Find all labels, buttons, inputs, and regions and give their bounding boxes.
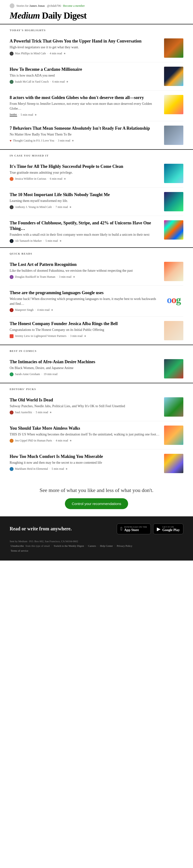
article-meta: Anthony J. Yeung in Mind Cafe · 7 min re… (10, 205, 160, 209)
article-title: How To Become a Cardano Millionaire (10, 67, 160, 72)
help-link[interactable]: Help Center (100, 545, 112, 547)
best-comics-list: The Intimacies of Afro-Asian Desire Mach… (0, 355, 193, 383)
section-quick-reads: QUICK READS (0, 247, 193, 257)
switch-digest-link[interactable]: Switch to the Weekly Digest (54, 545, 84, 547)
article-item[interactable]: How To Become a Cardano Millionaire This… (10, 62, 183, 91)
article-item[interactable]: These are the programming languages Goog… (10, 286, 183, 317)
brand-name: Medium (10, 10, 40, 21)
section-todays-highlights: TODAY'S HIGHLIGHTS (0, 24, 193, 34)
author-avatar (10, 410, 13, 414)
article-title: The Lost Art of Pattern Recognition (10, 262, 160, 267)
article-content: 7 Behaviors That Mean Someone Absolutely… (10, 126, 160, 143)
read-time: 4 min read (37, 308, 50, 312)
article-title: 7 Behaviors That Mean Someone Absolutely… (10, 126, 160, 131)
article-item[interactable]: The 10 Most Important Life Skills Nobody… (10, 188, 183, 216)
article-thumbnail: oog (164, 290, 183, 309)
article-title: The 10 Most Important Life Skills Nobody… (10, 192, 160, 197)
read-time: 3 min read (70, 334, 82, 338)
section-in-case: IN CASE YOU MISSED IT (0, 149, 193, 159)
author-avatar (10, 205, 13, 209)
article-subtitle: Roughing it now and then may be the secr… (10, 460, 160, 465)
article-meta: Insider · 5 min read ★ (10, 113, 160, 117)
become-member-link[interactable]: Become a member (63, 4, 85, 7)
author-avatar (10, 467, 13, 471)
article-title: It's Time for All The Highly Successful … (10, 164, 160, 169)
app-store-text: Download on the App Store (124, 526, 147, 532)
unsubscribe-link[interactable]: Unsubscribe (11, 545, 24, 547)
author-avatar (10, 239, 13, 243)
article-content: How To Become a Cardano Millionaire This… (10, 67, 160, 84)
google-play-badge[interactable]: ▶ Get it on Google Play (153, 524, 183, 534)
article-item[interactable]: The Founders of Clubhouse, Spotify, Stri… (10, 216, 183, 247)
read-time: 5 min read (21, 113, 33, 117)
article-meta: Markham Heid in Elemental · 5 min read ★ (10, 467, 160, 471)
article-meta: Sarah-Anne Gresham · 19 min read (10, 372, 160, 376)
article-item[interactable]: It's Time for All The Highly Successful … (10, 159, 183, 188)
user-handle: @cbdab706 (47, 4, 61, 7)
article-title: 8 actors with the most Golden Globes who… (10, 95, 160, 100)
article-content: The Honest Company Founder Jessica Alba … (10, 321, 160, 338)
quick-reads-list: The Lost Art of Pattern Recognition Like… (0, 257, 193, 345)
terms-link[interactable]: Terms of service (11, 549, 28, 552)
app-store-name: App Store (124, 528, 147, 532)
read-time: 7 min read (56, 205, 68, 209)
author-avatar (10, 334, 13, 338)
article-subtitle: Like the builders of doomed Fukushima, w… (10, 268, 160, 273)
cta-text: See more of what you like and less of wh… (10, 487, 183, 493)
article-content: The Founders of Clubhouse, Spotify, Stri… (10, 220, 160, 243)
article-subtitle: THIS IS US When walking becomes the dest… (10, 432, 160, 437)
read-time: 3 min read (58, 139, 70, 143)
read-time: 19 min read (44, 372, 57, 376)
privacy-link[interactable]: Privacy Policy (117, 545, 132, 547)
article-content: It's Time for All The Highly Successful … (10, 164, 160, 181)
article-title: The Old World Is Dead (10, 397, 160, 403)
editors-picks-list: The Old World Is Dead Subway Punches, Ne… (0, 393, 193, 477)
article-content: You Should Take More Aimless Walks THIS … (10, 426, 160, 443)
author-name: Jessica Wildfire in Curious (15, 177, 46, 181)
author-name: Ali Tamaseb in Marker (15, 239, 42, 243)
bookmark-icon: ★ (64, 177, 66, 180)
bookmark-icon: ★ (73, 275, 75, 278)
article-thumbnail (164, 220, 183, 240)
article-item[interactable]: A Powerful Trick That Gives You the Uppe… (10, 34, 183, 62)
article-subtitle: Congratulations to The Honest Company on… (10, 328, 160, 332)
author-name: Jen Gippel PhD in Human Parts (15, 439, 52, 442)
read-time: 3 min read (59, 275, 71, 279)
article-title: You Should Take More Aimless Walks (10, 426, 160, 431)
article-meta: Ali Tamaseb in Marker · 5 min read ★ (10, 239, 160, 243)
bookmark-icon: ★ (84, 335, 86, 338)
read-time: 4 min read (50, 52, 62, 55)
article-item[interactable]: How Too Much Comfort Is Making You Miser… (10, 450, 183, 477)
author-avatar (10, 308, 13, 312)
in-case-list: It's Time for All The Highly Successful … (0, 159, 193, 247)
careers-link[interactable]: Careers (88, 545, 96, 547)
google-logo: oog (167, 294, 181, 306)
article-item[interactable]: 7 Behaviors That Mean Someone Absolutely… (10, 121, 183, 149)
author-avatar (10, 372, 13, 376)
section-best-comics: BEST IN COMICS (0, 345, 193, 355)
author-name: Sarah-Anne Gresham (15, 372, 40, 376)
article-item[interactable]: The Intimacies of Afro-Asian Desire Mach… (10, 355, 183, 383)
article-item[interactable]: The Old World Is Dead Subway Punches, Ne… (10, 393, 183, 421)
article-item[interactable]: 8 actors with the most Golden Globes who… (10, 91, 183, 121)
author-name: Manpreet Singh (15, 308, 34, 312)
google-play-sub: Get it on (162, 526, 180, 528)
cta-button[interactable]: Control your recommendations (65, 498, 128, 509)
header-meta: Stories for James Jonas @cbdab706 · Beco… (17, 4, 85, 8)
article-content: The 10 Most Important Life Skills Nobody… (10, 192, 160, 209)
article-thumbnail (164, 454, 183, 473)
article-item[interactable]: The Honest Company Founder Jessica Alba … (10, 317, 183, 345)
article-item[interactable]: You Should Take More Aimless Walks THIS … (10, 421, 183, 450)
article-subtitle: True gratitude means admitting your priv… (10, 170, 160, 175)
app-store-badge[interactable]:  Download on the App Store (117, 524, 151, 534)
article-meta: Jen Gippel PhD in Human Parts · 4 min re… (10, 439, 160, 443)
user-avatar (10, 3, 14, 8)
bookmark-icon: ★ (50, 411, 52, 414)
footer-tagline: Read or write from anywhere. (10, 526, 72, 532)
author-name: Isaiah McCall in Yard Couch (15, 80, 49, 84)
article-item[interactable]: The Lost Art of Pattern Recognition Like… (10, 257, 183, 286)
article-thumbnail (164, 164, 183, 183)
unsubscribe-text: from this type of email (26, 545, 50, 547)
section-editors-picks: EDITORS' PICKS (0, 383, 193, 393)
article-thumbnail (164, 38, 183, 58)
